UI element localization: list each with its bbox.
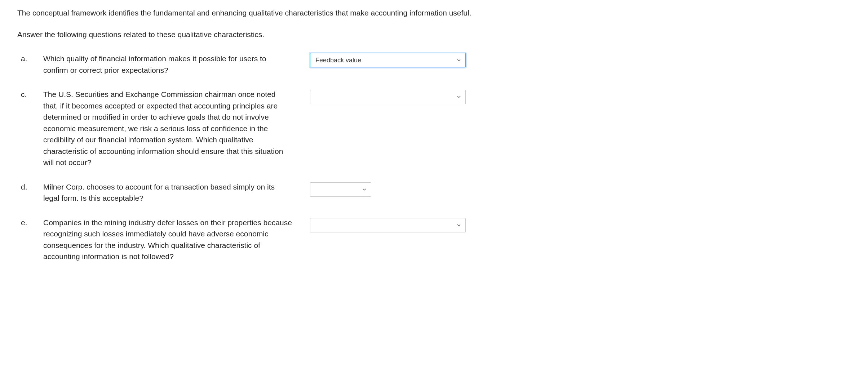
- question-list: a. Which quality of financial informatio…: [17, 53, 851, 262]
- answer-select-c[interactable]: [310, 90, 466, 104]
- intro-text: The conceptual framework identifies the …: [17, 7, 558, 19]
- question-label: a.: [17, 53, 43, 65]
- answer-select-d[interactable]: [310, 182, 371, 197]
- question-text: Companies in the mining industry defer l…: [43, 217, 303, 262]
- question-text: The U.S. Securities and Exchange Commiss…: [43, 89, 303, 168]
- answer-select-a[interactable]: Feedback value: [310, 53, 466, 67]
- select-box[interactable]: [310, 218, 466, 232]
- answer-select-e[interactable]: [310, 218, 466, 232]
- question-answer-cell: [303, 217, 466, 232]
- question-answer-cell: Feedback value: [303, 53, 466, 67]
- select-box[interactable]: Feedback value: [310, 53, 466, 67]
- question-text: Which quality of financial information m…: [43, 53, 303, 76]
- question-label: d.: [17, 181, 43, 193]
- question-answer-cell: [303, 181, 371, 197]
- prompt-text: Answer the following questions related t…: [17, 29, 851, 40]
- intro-line-1: The conceptual framework identifies the …: [17, 7, 558, 19]
- question-row-e: e. Companies in the mining industry defe…: [17, 217, 851, 262]
- question-label: e.: [17, 217, 43, 228]
- question-row-c: c. The U.S. Securities and Exchange Comm…: [17, 89, 851, 168]
- question-row-a: a. Which quality of financial informatio…: [17, 53, 851, 76]
- question-row-d: d. Milner Corp. chooses to account for a…: [17, 181, 851, 204]
- select-box[interactable]: [310, 90, 466, 104]
- question-answer-cell: [303, 89, 466, 104]
- question-label: c.: [17, 89, 43, 100]
- select-value: Feedback value: [315, 55, 361, 65]
- select-box[interactable]: [310, 182, 371, 197]
- question-text: Milner Corp. chooses to account for a tr…: [43, 181, 303, 204]
